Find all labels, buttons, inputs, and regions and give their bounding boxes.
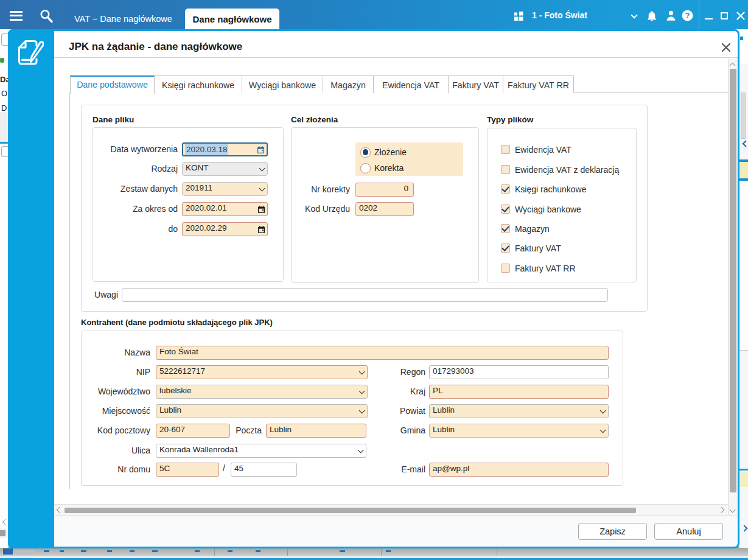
- svg-text:?: ?: [685, 11, 690, 20]
